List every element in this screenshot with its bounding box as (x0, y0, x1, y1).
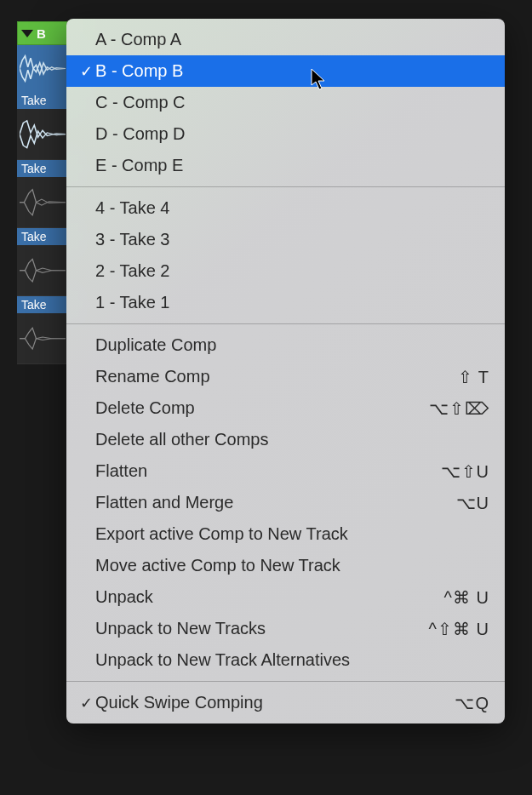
take-waveform[interactable] (17, 177, 68, 227)
menu-item-action[interactable]: Export active Comp to New Track (66, 518, 505, 550)
menu-item-action[interactable]: Delete Comp⌥⇧⌦ (66, 392, 505, 424)
menu-item-label: Delete Comp (95, 398, 429, 418)
take-lane[interactable]: Take (17, 296, 68, 364)
menu-item-action[interactable]: Flatten⌥⇧U (66, 455, 505, 487)
waveform-icon (20, 54, 66, 83)
menu-item-action[interactable]: Move active Comp to New Track (66, 550, 505, 581)
take-waveform[interactable] (17, 313, 68, 363)
take-label: Take (17, 160, 68, 177)
take-label: Take (17, 228, 68, 245)
take-folder-track: B Take Take Take (17, 21, 68, 364)
take-waveform[interactable] (17, 109, 68, 159)
menu-item-shortcut: ⌥U (456, 493, 489, 513)
menu-item-shortcut: ^⇧⌘ U (429, 619, 489, 639)
menu-item-action[interactable]: Rename Comp⇧ T (66, 361, 505, 392)
checkmark-icon: ✓ (77, 62, 95, 81)
menu-item-label: 4 - Take 4 (95, 198, 489, 218)
menu-item-label: C - Comp C (95, 93, 489, 112)
menu-item-take[interactable]: 4 - Take 4 (66, 192, 505, 224)
waveform-icon (20, 119, 66, 149)
menu-item-take[interactable]: 1 - Take 1 (66, 287, 505, 318)
menu-item-comp[interactable]: D - Comp D (66, 118, 505, 150)
menu-item-comp[interactable]: A - Comp A (66, 24, 505, 55)
menu-item-label: Delete all other Comps (95, 430, 489, 449)
menu-item-label: Export active Comp to New Track (95, 524, 489, 544)
menu-item-label: Duplicate Comp (95, 335, 489, 355)
menu-item-label: Flatten (95, 461, 441, 481)
menu-item-shortcut: ⌥Q (455, 693, 489, 713)
track-header-label: B (37, 26, 46, 41)
menu-item-action[interactable]: Flatten and Merge⌥U (66, 487, 505, 518)
menu-item-label: Rename Comp (95, 367, 458, 386)
menu-item-action[interactable]: Duplicate Comp (66, 329, 505, 361)
menu-item-action[interactable]: Unpack to New Track Alternatives (66, 644, 505, 676)
menu-item-action[interactable]: Unpack^⌘ U (66, 581, 505, 613)
comp-waveform[interactable] (17, 45, 68, 92)
menu-item-shortcut: ⇧ T (458, 367, 489, 387)
take-label: Take (17, 92, 68, 109)
waveform-icon (20, 323, 66, 353)
menu-item-action[interactable]: Unpack to New Tracks^⇧⌘ U (66, 613, 505, 644)
menu-item-comp[interactable]: ✓B - Comp B (66, 55, 505, 87)
take-waveform[interactable] (17, 245, 68, 295)
menu-item-label: B - Comp B (95, 61, 489, 81)
menu-item-quick-swipe-comping[interactable]: ✓ Quick Swipe Comping ⌥Q (66, 687, 505, 718)
waveform-icon (20, 255, 66, 285)
menu-item-label: 1 - Take 1 (95, 293, 489, 312)
menu-item-label: Flatten and Merge (95, 493, 456, 512)
menu-separator (66, 681, 505, 682)
menu-item-label: 2 - Take 2 (95, 261, 489, 281)
take-lane[interactable]: Take (17, 228, 68, 296)
take-folder-context-menu: A - Comp A✓B - Comp BC - Comp CD - Comp … (66, 19, 505, 724)
take-label: Take (17, 296, 68, 313)
menu-item-label: Move active Comp to New Track (95, 556, 489, 575)
menu-item-comp[interactable]: E - Comp E (66, 150, 505, 181)
menu-item-action[interactable]: Delete all other Comps (66, 424, 505, 455)
take-lane[interactable]: Take (17, 160, 68, 228)
menu-item-label: D - Comp D (95, 124, 489, 144)
menu-separator (66, 323, 505, 324)
disclosure-triangle-icon[interactable] (21, 30, 33, 37)
menu-item-label: 3 - Take 3 (95, 230, 489, 249)
menu-item-label: Unpack (95, 587, 444, 607)
menu-item-comp[interactable]: C - Comp C (66, 87, 505, 118)
checkmark-icon: ✓ (77, 694, 95, 712)
menu-item-label: Quick Swipe Comping (95, 693, 455, 712)
menu-item-label: E - Comp E (95, 156, 489, 175)
menu-item-shortcut: ⌥⇧U (441, 461, 489, 482)
menu-item-take[interactable]: 3 - Take 3 (66, 224, 505, 255)
take-folder-header[interactable]: B (17, 21, 68, 45)
menu-item-take[interactable]: 2 - Take 2 (66, 255, 505, 287)
waveform-icon (20, 187, 66, 217)
menu-item-shortcut: ⌥⇧⌦ (429, 398, 489, 419)
menu-item-label: Unpack to New Tracks (95, 619, 429, 638)
menu-item-label: Unpack to New Track Alternatives (95, 650, 489, 670)
take-lane[interactable]: Take (17, 92, 68, 160)
menu-item-label: A - Comp A (95, 30, 489, 49)
menu-item-shortcut: ^⌘ U (444, 587, 489, 608)
menu-separator (66, 186, 505, 187)
